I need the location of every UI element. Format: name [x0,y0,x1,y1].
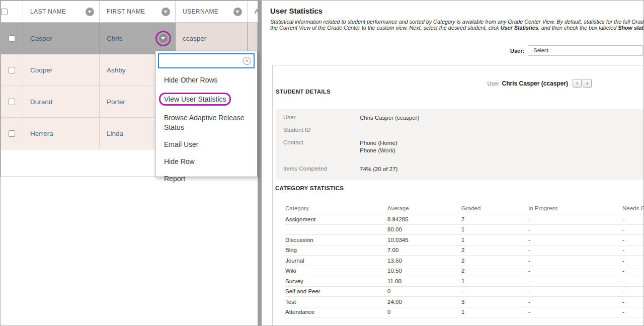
detail-value: Phone (Home) Phone (Work) [360,139,397,154]
page-description: Statistical information related to stude… [270,19,643,31]
clear-search-icon[interactable]: ✕ [243,57,251,65]
table-header-row: LAST NAME FIRST NAME USERNAME A [1,1,257,23]
user-nav-value: Chris Casper (ccasper) [502,80,568,87]
stats-row: 80.00 1 - - [285,225,644,235]
table-row-casper[interactable]: Casper Chris ccasper [1,23,257,54]
stats-row: Test 24.00 3 - - [285,297,644,307]
user-navigation: User Chris Casper (ccasper) ‹ › [273,79,592,88]
menu-item-view-user-statistics[interactable]: View User Statistics [164,93,250,106]
menu-item-hide-row[interactable]: Hide Row [164,157,250,167]
cell-category: Blog [285,247,387,253]
menu-search-input[interactable] [158,53,255,68]
cell-in-progress: - [528,226,622,232]
cell-in-progress: - [528,278,622,284]
cell-needs-grading: - [622,258,644,264]
cell-average: 10.0345 [387,237,461,243]
cell-in-progress: - [528,299,622,305]
detail-row-user: User Chris Casper (ccasper) [283,114,644,122]
cell-last-name: Casper [23,23,100,54]
column-header-first-name[interactable]: FIRST NAME [100,1,176,23]
cell-category: Journal [285,258,387,264]
col-in-progress: In Progress [528,205,622,211]
cell-average: 7.00 [387,247,461,253]
cell-needs-grading: - [622,309,644,315]
student-details-heading: STUDENT DETAILS [276,89,331,95]
chevron-down-icon[interactable] [162,8,170,16]
detail-label: Contact [283,139,360,154]
menu-item-report[interactable]: Report [164,174,250,184]
last-name-text: Cooper [30,66,52,74]
menu-item-hide-other-rows[interactable]: Hide Other Rows [164,75,250,85]
cell-in-progress: - [528,288,622,294]
cell-average: 13.50 [387,258,461,264]
cell-graded: 1 [461,237,528,243]
cell-in-progress: - [528,247,622,253]
column-header-label: FIRST NAME [107,8,145,15]
next-user-button[interactable]: › [583,79,592,88]
grade-center-pane: LAST NAME FIRST NAME USERNAME A [1,1,258,326]
chevron-down-icon[interactable] [233,8,242,16]
screenshot-root: LAST NAME FIRST NAME USERNAME A [0,0,644,326]
col-category: Category [285,205,387,211]
row-checkbox[interactable] [9,67,15,73]
menu-item-email-user[interactable]: Email User [164,140,250,149]
category-statistics-heading: CATEGORY STATISTICS [275,185,344,191]
last-name-text: Casper [30,35,52,42]
chevron-down-icon[interactable] [86,8,94,16]
row-checkbox-cell [1,118,23,149]
stats-row: Journal 13.50 2 - - [285,256,644,266]
cell-average: 24.00 [387,299,461,305]
detail-label: Items Completed [283,166,360,173]
cell-needs-grading: - [622,299,644,305]
column-header-label: USERNAME [183,8,218,15]
user-select-value: -Select- [532,47,550,53]
cell-in-progress: - [528,268,622,274]
page-title: User Statistics [270,7,323,15]
cell-needs-grading: - [622,278,644,284]
column-header-last-name[interactable]: LAST NAME [23,1,100,23]
stats-row: Survey 11.00 1 - - [285,276,644,287]
stats-header-row: Category Average Graded In Progress Need… [285,202,644,214]
user-filter-label: User: [510,48,524,54]
cell-average: 0 [387,288,461,294]
student-details-box: User Chris Casper (ccasper) Student ID C… [276,109,644,180]
row-checkbox-cell [1,23,23,54]
cell-needs-grading: - [622,247,644,253]
column-header-username[interactable]: USERNAME [176,1,248,23]
row-checkbox[interactable] [9,35,15,42]
row-checkbox[interactable] [9,130,15,137]
cell-last-name: Cooper [23,54,100,86]
select-all-checkbox[interactable] [1,9,8,15]
cell-username: ccasper [176,23,248,54]
cell-category: Wiki [285,268,387,274]
user-filter-row: User: -Select- [510,45,642,56]
detail-row-student-id: Student ID [283,127,644,133]
user-select-dropdown[interactable]: -Select- [528,45,642,56]
row-checkbox-cell [1,54,23,86]
previous-user-button[interactable]: ‹ [573,79,582,88]
stats-row: Discussion 10.0345 1 - - [285,235,644,246]
first-name-text: Porter [107,98,125,106]
stats-row: Blog 7.00 2 - - [285,246,644,256]
detail-row-contact: Contact Phone (Home) Phone (Work) [283,139,644,154]
cell-category: Discussion [285,237,387,243]
detail-row-items-completed: Items Completed 74% (20 of 27) [283,166,644,173]
last-name-text: Herrera [30,130,53,137]
stats-row: Assignment 8.94285 7 - - [285,214,644,225]
cell-graded: 3 [461,299,528,305]
cell-category: Test [285,299,387,305]
column-header-label: LAST NAME [30,8,66,15]
first-name-text: Ashby [107,66,126,74]
cell-in-progress: - [528,258,622,264]
cell-category: Assignment [285,216,387,222]
menu-item-browse-adaptive-release-status[interactable]: Browse Adaptive Release Status [164,113,250,132]
row-options-chevron-icon[interactable] [159,34,168,43]
cell-category: Survey [285,278,387,284]
user-nav-label: User [487,80,499,87]
annotation-highlight[interactable]: View User Statistics [159,93,231,106]
cell-partial [248,23,257,54]
row-checkbox[interactable] [9,99,15,105]
cell-graded: 2 [461,247,528,253]
row-context-menu: ✕ Hide Other Rows View User Statistics B… [155,51,258,177]
cell-average: 80.00 [387,226,461,232]
